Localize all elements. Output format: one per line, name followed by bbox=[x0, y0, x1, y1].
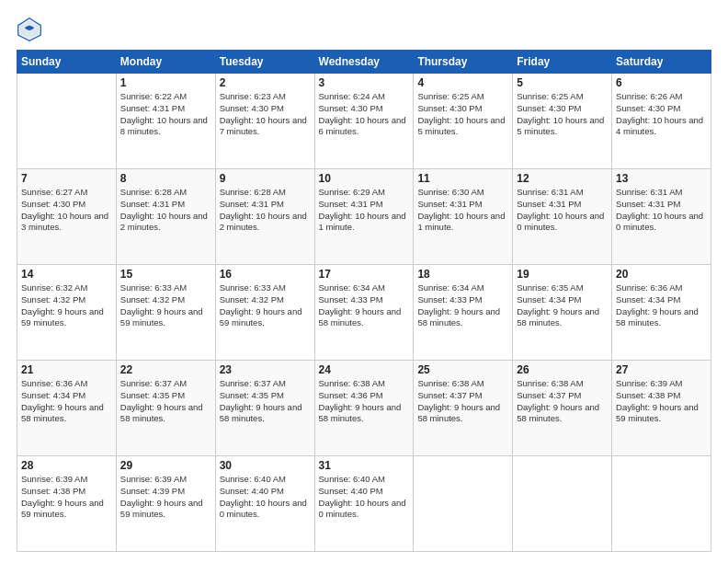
cell-content: Sunrise: 6:26 AM Sunset: 4:30 PM Dayligh… bbox=[616, 91, 707, 138]
day-number: 10 bbox=[319, 172, 410, 185]
day-number: 9 bbox=[220, 172, 311, 185]
cell-content: Sunrise: 6:25 AM Sunset: 4:30 PM Dayligh… bbox=[517, 91, 608, 138]
calendar-cell: 5Sunrise: 6:25 AM Sunset: 4:30 PM Daylig… bbox=[513, 74, 612, 169]
calendar-week-2: 14Sunrise: 6:32 AM Sunset: 4:32 PM Dayli… bbox=[17, 265, 711, 361]
calendar-cell: 1Sunrise: 6:22 AM Sunset: 4:31 PM Daylig… bbox=[116, 74, 215, 169]
cell-content: Sunrise: 6:38 AM Sunset: 4:37 PM Dayligh… bbox=[517, 378, 608, 425]
calendar-cell: 14Sunrise: 6:32 AM Sunset: 4:32 PM Dayli… bbox=[17, 265, 117, 361]
calendar-cell: 13Sunrise: 6:31 AM Sunset: 4:31 PM Dayli… bbox=[612, 169, 711, 265]
calendar-cell: 24Sunrise: 6:38 AM Sunset: 4:36 PM Dayli… bbox=[314, 361, 414, 456]
day-number: 12 bbox=[517, 172, 608, 185]
calendar-cell: 28Sunrise: 6:39 AM Sunset: 4:38 PM Dayli… bbox=[17, 456, 117, 552]
day-number: 18 bbox=[417, 268, 508, 281]
col-header-wednesday: Wednesday bbox=[314, 51, 414, 74]
calendar-cell bbox=[513, 456, 612, 552]
calendar-cell bbox=[612, 456, 711, 552]
calendar-cell: 19Sunrise: 6:35 AM Sunset: 4:34 PM Dayli… bbox=[513, 265, 612, 361]
calendar-cell: 27Sunrise: 6:39 AM Sunset: 4:38 PM Dayli… bbox=[612, 361, 711, 456]
col-header-friday: Friday bbox=[513, 51, 612, 74]
day-number: 24 bbox=[319, 363, 410, 376]
header bbox=[17, 17, 711, 42]
day-number: 7 bbox=[21, 172, 112, 185]
cell-content: Sunrise: 6:22 AM Sunset: 4:31 PM Dayligh… bbox=[120, 91, 211, 138]
calendar-cell: 17Sunrise: 6:34 AM Sunset: 4:33 PM Dayli… bbox=[314, 265, 414, 361]
cell-content: Sunrise: 6:32 AM Sunset: 4:32 PM Dayligh… bbox=[21, 282, 112, 329]
calendar-header-row: SundayMondayTuesdayWednesdayThursdayFrid… bbox=[17, 51, 711, 74]
day-number: 22 bbox=[120, 363, 211, 376]
day-number: 31 bbox=[319, 459, 410, 472]
col-header-monday: Monday bbox=[116, 51, 215, 74]
cell-content: Sunrise: 6:39 AM Sunset: 4:39 PM Dayligh… bbox=[120, 474, 211, 521]
calendar-cell bbox=[414, 456, 513, 552]
cell-content: Sunrise: 6:31 AM Sunset: 4:31 PM Dayligh… bbox=[517, 187, 608, 234]
calendar-cell: 26Sunrise: 6:38 AM Sunset: 4:37 PM Dayli… bbox=[513, 361, 612, 456]
day-number: 4 bbox=[417, 76, 508, 89]
cell-content: Sunrise: 6:30 AM Sunset: 4:31 PM Dayligh… bbox=[417, 187, 508, 234]
day-number: 8 bbox=[120, 172, 211, 185]
cell-content: Sunrise: 6:25 AM Sunset: 4:30 PM Dayligh… bbox=[417, 91, 508, 138]
calendar-cell: 15Sunrise: 6:33 AM Sunset: 4:32 PM Dayli… bbox=[116, 265, 215, 361]
cell-content: Sunrise: 6:31 AM Sunset: 4:31 PM Dayligh… bbox=[616, 187, 707, 234]
cell-content: Sunrise: 6:33 AM Sunset: 4:32 PM Dayligh… bbox=[220, 282, 311, 329]
calendar-cell: 22Sunrise: 6:37 AM Sunset: 4:35 PM Dayli… bbox=[116, 361, 215, 456]
calendar-cell: 8Sunrise: 6:28 AM Sunset: 4:31 PM Daylig… bbox=[116, 169, 215, 265]
calendar-cell: 7Sunrise: 6:27 AM Sunset: 4:30 PM Daylig… bbox=[17, 169, 117, 265]
cell-content: Sunrise: 6:23 AM Sunset: 4:30 PM Dayligh… bbox=[220, 91, 311, 138]
calendar-week-1: 7Sunrise: 6:27 AM Sunset: 4:30 PM Daylig… bbox=[17, 169, 711, 265]
calendar-cell: 9Sunrise: 6:28 AM Sunset: 4:31 PM Daylig… bbox=[215, 169, 314, 265]
cell-content: Sunrise: 6:27 AM Sunset: 4:30 PM Dayligh… bbox=[21, 187, 112, 234]
cell-content: Sunrise: 6:40 AM Sunset: 4:40 PM Dayligh… bbox=[220, 474, 311, 521]
calendar-cell: 29Sunrise: 6:39 AM Sunset: 4:39 PM Dayli… bbox=[116, 456, 215, 552]
col-header-sunday: Sunday bbox=[17, 51, 117, 74]
calendar-week-4: 28Sunrise: 6:39 AM Sunset: 4:38 PM Dayli… bbox=[17, 456, 711, 552]
day-number: 26 bbox=[517, 363, 608, 376]
day-number: 23 bbox=[220, 363, 311, 376]
cell-content: Sunrise: 6:35 AM Sunset: 4:34 PM Dayligh… bbox=[517, 282, 608, 329]
calendar-cell: 23Sunrise: 6:37 AM Sunset: 4:35 PM Dayli… bbox=[215, 361, 314, 456]
day-number: 19 bbox=[517, 268, 608, 281]
day-number: 5 bbox=[517, 76, 608, 89]
calendar-cell: 6Sunrise: 6:26 AM Sunset: 4:30 PM Daylig… bbox=[612, 74, 711, 169]
day-number: 20 bbox=[616, 268, 707, 281]
day-number: 28 bbox=[21, 459, 112, 472]
calendar-cell: 31Sunrise: 6:40 AM Sunset: 4:40 PM Dayli… bbox=[314, 456, 414, 552]
calendar-week-3: 21Sunrise: 6:36 AM Sunset: 4:34 PM Dayli… bbox=[17, 361, 711, 456]
calendar-cell: 16Sunrise: 6:33 AM Sunset: 4:32 PM Dayli… bbox=[215, 265, 314, 361]
calendar-cell: 25Sunrise: 6:38 AM Sunset: 4:37 PM Dayli… bbox=[414, 361, 513, 456]
calendar-cell: 2Sunrise: 6:23 AM Sunset: 4:30 PM Daylig… bbox=[215, 74, 314, 169]
calendar-cell: 4Sunrise: 6:25 AM Sunset: 4:30 PM Daylig… bbox=[414, 74, 513, 169]
calendar-cell: 18Sunrise: 6:34 AM Sunset: 4:33 PM Dayli… bbox=[414, 265, 513, 361]
calendar-cell bbox=[17, 74, 117, 169]
col-header-tuesday: Tuesday bbox=[215, 51, 314, 74]
cell-content: Sunrise: 6:36 AM Sunset: 4:34 PM Dayligh… bbox=[21, 378, 112, 425]
calendar-cell: 10Sunrise: 6:29 AM Sunset: 4:31 PM Dayli… bbox=[314, 169, 414, 265]
calendar-table: SundayMondayTuesdayWednesdayThursdayFrid… bbox=[17, 50, 711, 552]
day-number: 16 bbox=[220, 268, 311, 281]
day-number: 3 bbox=[319, 76, 410, 89]
day-number: 11 bbox=[417, 172, 508, 185]
day-number: 27 bbox=[616, 363, 707, 376]
cell-content: Sunrise: 6:28 AM Sunset: 4:31 PM Dayligh… bbox=[120, 187, 211, 234]
day-number: 1 bbox=[120, 76, 211, 89]
cell-content: Sunrise: 6:24 AM Sunset: 4:30 PM Dayligh… bbox=[319, 91, 410, 138]
day-number: 17 bbox=[319, 268, 410, 281]
cell-content: Sunrise: 6:38 AM Sunset: 4:37 PM Dayligh… bbox=[417, 378, 508, 425]
logo-icon bbox=[17, 17, 42, 42]
calendar-cell: 21Sunrise: 6:36 AM Sunset: 4:34 PM Dayli… bbox=[17, 361, 117, 456]
cell-content: Sunrise: 6:37 AM Sunset: 4:35 PM Dayligh… bbox=[120, 378, 211, 425]
day-number: 15 bbox=[120, 268, 211, 281]
day-number: 14 bbox=[21, 268, 112, 281]
cell-content: Sunrise: 6:40 AM Sunset: 4:40 PM Dayligh… bbox=[319, 474, 410, 521]
cell-content: Sunrise: 6:36 AM Sunset: 4:34 PM Dayligh… bbox=[616, 282, 707, 329]
day-number: 29 bbox=[120, 459, 211, 472]
cell-content: Sunrise: 6:28 AM Sunset: 4:31 PM Dayligh… bbox=[220, 187, 311, 234]
cell-content: Sunrise: 6:34 AM Sunset: 4:33 PM Dayligh… bbox=[319, 282, 410, 329]
cell-content: Sunrise: 6:29 AM Sunset: 4:31 PM Dayligh… bbox=[319, 187, 410, 234]
day-number: 13 bbox=[616, 172, 707, 185]
cell-content: Sunrise: 6:33 AM Sunset: 4:32 PM Dayligh… bbox=[120, 282, 211, 329]
day-number: 30 bbox=[220, 459, 311, 472]
col-header-saturday: Saturday bbox=[612, 51, 711, 74]
day-number: 6 bbox=[616, 76, 707, 89]
cell-content: Sunrise: 6:39 AM Sunset: 4:38 PM Dayligh… bbox=[616, 378, 707, 425]
calendar-cell: 20Sunrise: 6:36 AM Sunset: 4:34 PM Dayli… bbox=[612, 265, 711, 361]
